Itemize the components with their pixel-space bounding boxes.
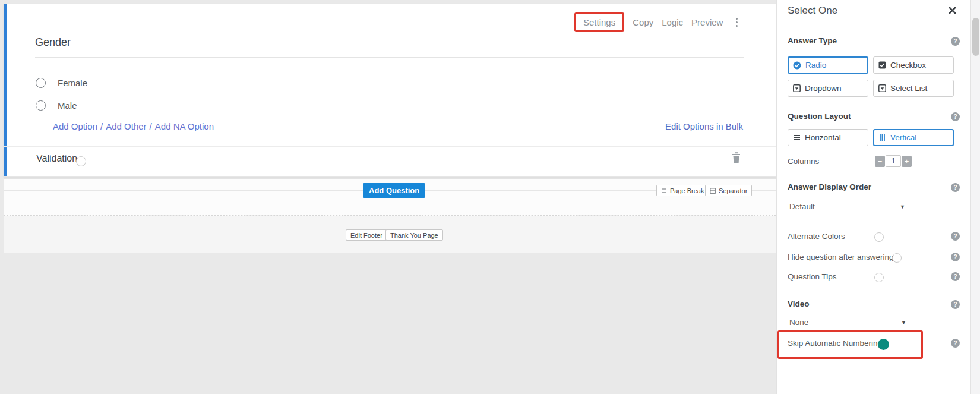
columns-decrement-button[interactable]: − (875, 156, 885, 167)
radio-selected-icon (793, 61, 801, 70)
hide-question-after-answering-label: Hide question after answering (788, 253, 894, 261)
separator-button[interactable]: Separator (705, 185, 752, 196)
video-select[interactable]: None (789, 318, 808, 327)
dropdown-icon (793, 84, 801, 92)
answer-option-label[interactable]: Male (58, 100, 77, 111)
preview-button[interactable]: Preview (691, 17, 723, 27)
settings-button[interactable]: Settings (583, 17, 615, 27)
option-links: Add Option/Add Other/Add NA Option (53, 121, 214, 131)
answer-option-label[interactable]: Female (58, 78, 87, 88)
thank-you-page-button[interactable]: Thank You Page (385, 229, 443, 241)
question-title[interactable]: Gender (35, 36, 71, 49)
horizontal-lines-icon (793, 134, 801, 141)
scrollbar-track[interactable] (970, 0, 980, 394)
answer-type-dropdown-button[interactable]: Dropdown (788, 80, 868, 97)
add-na-option-link[interactable]: Add NA Option (155, 121, 214, 131)
chevron-down-icon[interactable]: ▼ (901, 320, 906, 326)
add-question-button[interactable]: Add Question (363, 183, 425, 198)
link-separator: / (150, 121, 152, 131)
sidebar-title: Select One (788, 5, 837, 17)
columns-stepper: − + (875, 155, 912, 167)
checkbox-icon (878, 61, 886, 69)
sidebar-divider (788, 26, 960, 26)
alternate-colors-label: Alternate Colors (788, 232, 845, 241)
radio-button-icon[interactable] (36, 100, 46, 111)
settings-sidebar: Select One Answer Type ? Radio Checkbox (776, 0, 970, 394)
footer-area: Edit Footer Thank You Page (4, 216, 776, 253)
help-icon[interactable]: ? (951, 272, 960, 281)
answer-display-order-label: Answer Display Order (788, 182, 871, 191)
select-list-icon (878, 84, 886, 92)
answer-option-row: Male (36, 100, 77, 111)
survey-builder-page: Settings Copy Logic Preview Gender Femal… (0, 0, 980, 394)
radio-button-icon[interactable] (36, 78, 46, 88)
skip-automatic-numbering-label: Skip Automatic Numbering (788, 339, 882, 348)
question-layout-label: Question Layout (788, 112, 851, 121)
add-option-link[interactable]: Add Option (53, 121, 97, 131)
answer-type-radio-button[interactable]: Radio (788, 56, 868, 74)
answer-type-select-list-button[interactable]: Select List (873, 80, 954, 97)
video-label: Video (788, 300, 810, 308)
help-icon[interactable]: ? (951, 183, 960, 192)
question-tips-label: Question Tips (788, 272, 837, 281)
layout-vertical-button[interactable]: Vertical (873, 129, 954, 146)
help-icon[interactable]: ? (951, 253, 960, 261)
add-other-link[interactable]: Add Other (106, 121, 146, 131)
vertical-lines-icon (878, 134, 886, 141)
help-icon[interactable]: ? (951, 37, 960, 46)
columns-input[interactable] (886, 155, 901, 167)
chevron-down-icon[interactable]: ▼ (900, 204, 905, 210)
close-icon[interactable] (948, 6, 957, 17)
add-question-strip: Add Question Page Break Separator (4, 178, 776, 216)
link-separator: / (100, 121, 103, 131)
layout-horizontal-button[interactable]: Horizontal (788, 129, 868, 146)
columns-increment-button[interactable]: + (902, 156, 912, 167)
logic-button[interactable]: Logic (662, 17, 683, 27)
columns-label: Columns (788, 157, 819, 166)
more-options-icon[interactable] (732, 15, 741, 29)
answer-type-label: Answer Type (788, 36, 837, 45)
copy-button[interactable]: Copy (633, 17, 653, 27)
answer-option-row: Female (36, 77, 87, 88)
selected-question-accent-bar (4, 4, 7, 176)
question-card: Settings Copy Logic Preview Gender Femal… (4, 4, 776, 177)
scrollbar-thumb[interactable] (972, 18, 979, 56)
validation-label: Validation (36, 153, 77, 164)
page-break-icon (661, 188, 667, 194)
answer-display-order-select[interactable]: Default (789, 202, 815, 211)
help-icon[interactable]: ? (951, 300, 960, 309)
edit-footer-button[interactable]: Edit Footer (346, 229, 387, 241)
help-icon[interactable]: ? (951, 232, 960, 241)
page-break-button[interactable]: Page Break (656, 185, 709, 196)
help-icon[interactable]: ? (951, 112, 960, 121)
question-toolbar: Settings Copy Logic Preview (574, 12, 741, 32)
edit-options-in-bulk-link[interactable]: Edit Options in Bulk (665, 121, 743, 131)
separator-icon (710, 188, 716, 194)
answer-type-checkbox-button[interactable]: Checkbox (873, 56, 954, 74)
settings-highlight-box: Settings (574, 12, 624, 32)
validation-divider (4, 146, 777, 147)
delete-question-icon[interactable] (732, 152, 741, 166)
help-icon[interactable]: ? (951, 339, 960, 348)
title-divider (35, 57, 744, 58)
